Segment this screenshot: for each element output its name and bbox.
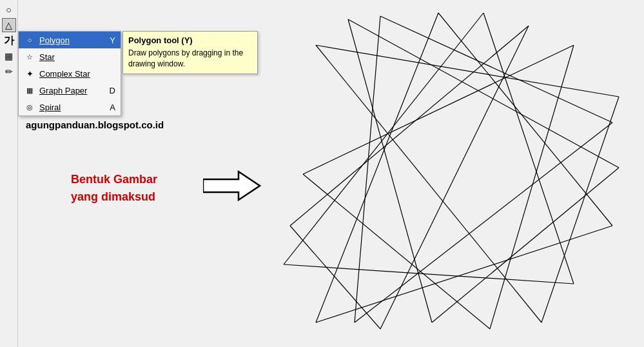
svg-line-15 bbox=[355, 123, 612, 322]
tooltip-title: Polygon tool (Y) bbox=[128, 35, 252, 45]
svg-line-16 bbox=[284, 13, 483, 264]
complex-star-label: Complex Star bbox=[39, 69, 110, 79]
menu-item-star[interactable]: ☆ Star bbox=[19, 48, 121, 65]
toolbar-polygon[interactable]: △ bbox=[2, 18, 16, 32]
svg-line-9 bbox=[432, 168, 619, 322]
star-drawing bbox=[251, 6, 625, 338]
svg-line-10 bbox=[303, 45, 574, 174]
caption-line2: yang dimaksud bbox=[71, 188, 157, 206]
svg-line-5 bbox=[380, 26, 529, 329]
star-icon: ☆ bbox=[24, 51, 35, 63]
tooltip-box: Polygon tool (Y) Draw polygons by draggi… bbox=[122, 31, 258, 74]
svg-line-13 bbox=[380, 16, 612, 123]
svg-line-2 bbox=[438, 13, 612, 226]
toolbar: ○ △ 가 ▦ ✏ bbox=[0, 0, 18, 347]
toolbar-ellipse[interactable]: ○ bbox=[2, 3, 16, 17]
spiral-label: Spiral bbox=[39, 103, 104, 112]
svg-line-19 bbox=[316, 45, 619, 97]
toolbar-text[interactable]: 가 bbox=[2, 34, 16, 48]
graph-paper-shortcut: D bbox=[110, 86, 115, 95]
svg-line-18 bbox=[284, 264, 574, 284]
svg-line-4 bbox=[290, 26, 529, 226]
polygon-label: Polygon bbox=[39, 35, 104, 45]
spiral-icon: ◎ bbox=[24, 101, 35, 113]
toolbar-pencil[interactable]: ✏ bbox=[2, 64, 16, 79]
caption: Bentuk Gambar yang dimaksud bbox=[71, 171, 157, 206]
svg-line-21 bbox=[542, 97, 619, 322]
polygon-shortcut: Y bbox=[110, 35, 115, 45]
svg-line-17 bbox=[483, 13, 574, 284]
menu-item-spiral[interactable]: ◎ Spiral A bbox=[19, 99, 121, 115]
star-label: Star bbox=[39, 52, 110, 62]
dropdown-menu: ○ Polygon Y ☆ Star ✦ Complex Star ▦ Grap… bbox=[18, 31, 121, 116]
toolbar-table[interactable]: ▦ bbox=[2, 49, 16, 63]
caption-line1: Bentuk Gambar bbox=[71, 171, 157, 188]
svg-line-11 bbox=[490, 45, 574, 329]
svg-line-7 bbox=[348, 19, 619, 168]
complex-star-svg bbox=[251, 6, 625, 335]
menu-item-graph-paper[interactable]: ▦ Graph Paper D bbox=[19, 82, 121, 99]
tooltip-description: Draw polygons by dragging in the drawing… bbox=[128, 48, 252, 70]
menu-item-polygon[interactable]: ○ Polygon Y bbox=[19, 32, 121, 48]
website-label: agungpanduan.blogspot.co.id bbox=[26, 119, 164, 130]
spiral-shortcut: A bbox=[110, 103, 115, 112]
graph-paper-icon: ▦ bbox=[24, 84, 35, 96]
svg-line-12 bbox=[303, 174, 490, 329]
complex-star-icon: ✦ bbox=[24, 68, 35, 79]
svg-line-20 bbox=[316, 45, 542, 322]
menu-item-complex-star[interactable]: ✦ Complex Star bbox=[19, 65, 121, 82]
svg-line-8 bbox=[348, 19, 432, 322]
polygon-icon: ○ bbox=[24, 34, 35, 46]
graph-paper-label: Graph Paper bbox=[39, 86, 104, 95]
